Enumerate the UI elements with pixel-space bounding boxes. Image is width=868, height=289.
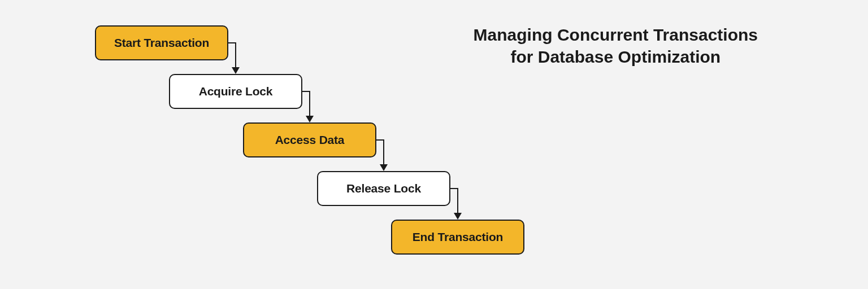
- flow-node-end-transaction: End Transaction: [391, 220, 524, 255]
- diagram-title: Managing Concurrent Transactions for Dat…: [474, 24, 758, 68]
- arrow-down-icon: [454, 213, 462, 220]
- arrow-down-icon: [232, 67, 240, 74]
- title-line-2: for Database Optimization: [510, 47, 721, 66]
- flow-node-label: Acquire Lock: [199, 85, 273, 98]
- arrow-down-icon: [380, 164, 388, 171]
- flow-node-release-lock: Release Lock: [317, 171, 450, 206]
- flow-node-label: Start Transaction: [114, 36, 209, 50]
- flow-node-label: Release Lock: [346, 182, 421, 195]
- flow-node-acquire-lock: Acquire Lock: [169, 74, 302, 109]
- flow-node-label: Access Data: [275, 133, 345, 147]
- flow-node-label: End Transaction: [413, 230, 503, 244]
- flow-node-access-data: Access Data: [243, 122, 376, 157]
- flow-node-start-transaction: Start Transaction: [95, 25, 228, 60]
- title-line-1: Managing Concurrent Transactions: [474, 25, 758, 44]
- arrow-down-icon: [306, 116, 314, 122]
